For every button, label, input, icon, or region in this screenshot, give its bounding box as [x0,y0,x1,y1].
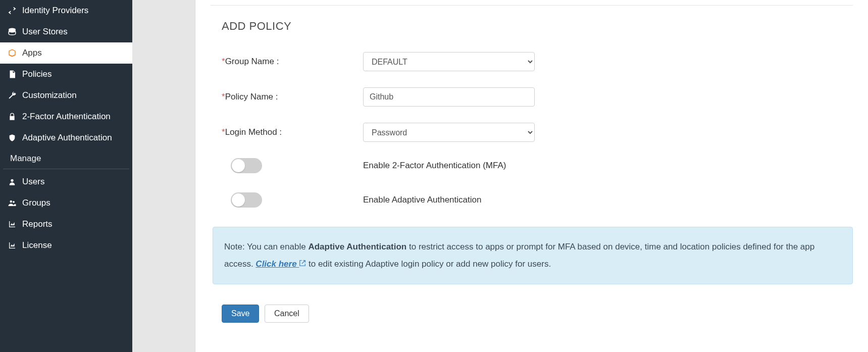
chart-icon [5,220,19,228]
cancel-button[interactable]: Cancel [265,305,309,323]
label-group-name: *Group Name : [222,57,363,67]
content-gutter [132,0,195,352]
sidebar-item-label: Users [22,177,44,187]
save-button[interactable]: Save [222,305,259,323]
click-here-link[interactable]: Click here [256,259,306,269]
form-actions: Save Cancel [195,284,868,323]
wrench-icon [5,91,19,100]
sidebar-item-adaptive-auth[interactable]: Adaptive Authentication [0,127,132,148]
sidebar: Identity Providers User Stores Apps Poli… [0,0,132,352]
external-link-icon [299,256,306,273]
svg-point-5 [13,201,15,203]
main-content: ADD POLICY *Group Name : DEFAULT *Policy… [195,0,868,352]
svg-point-3 [11,179,13,182]
lock-icon [5,113,19,121]
sidebar-item-label: 2-Factor Authentication [22,112,111,122]
sidebar-item-label: License [22,240,52,250]
sidebar-item-groups[interactable]: Groups [0,192,132,214]
sidebar-item-reports[interactable]: Reports [0,214,132,235]
sidebar-item-label: Customization [22,90,77,100]
users-icon [5,198,19,208]
document-icon [5,70,19,79]
sidebar-item-2fa[interactable]: 2-Factor Authentication [0,106,132,127]
sidebar-item-label: Identity Providers [22,6,88,16]
policy-name-input[interactable] [363,87,535,107]
sidebar-item-label: Groups [22,198,50,208]
sidebar-item-label: Apps [22,48,42,58]
svg-rect-2 [11,75,14,76]
box-icon [5,48,19,58]
label-login-method: *Login Method : [222,127,363,137]
row-enable-mfa: Enable 2-Factor Authentication (MFA) [222,158,853,173]
row-policy-name: *Policy Name : [222,87,853,107]
label-enable-mfa: Enable 2-Factor Authentication (MFA) [363,161,506,171]
sidebar-item-label: User Stores [22,27,68,37]
sidebar-item-apps[interactable]: Apps [0,42,132,64]
sidebar-item-policies[interactable]: Policies [0,64,132,85]
sidebar-item-users[interactable]: Users [0,171,132,192]
sidebar-item-label: Adaptive Authentication [22,133,112,143]
toggle-enable-mfa[interactable] [231,158,262,173]
label-policy-name: *Policy Name : [222,92,363,102]
note-strong: Adaptive Authentication [308,242,406,252]
chart-icon [5,241,19,249]
sidebar-item-label: Policies [22,69,52,79]
row-group-name: *Group Name : DEFAULT [222,52,853,71]
sidebar-item-identity-providers[interactable]: Identity Providers [0,0,132,21]
svg-point-4 [10,200,13,203]
label-enable-adaptive: Enable Adaptive Authentication [363,195,481,205]
database-icon [5,27,19,36]
info-note: Note: You can enable Adaptive Authentica… [213,227,853,284]
add-policy-form: ADD POLICY *Group Name : DEFAULT *Policy… [195,6,868,208]
sidebar-item-customization[interactable]: Customization [0,85,132,106]
sidebar-item-label: Reports [22,219,53,229]
swap-icon [5,6,19,15]
shield-icon [5,134,19,142]
row-enable-adaptive: Enable Adaptive Authentication [222,192,853,208]
login-method-select[interactable]: Password [363,123,535,142]
svg-rect-1 [11,74,14,75]
sidebar-item-user-stores[interactable]: User Stores [0,21,132,42]
group-name-select[interactable]: DEFAULT [363,52,535,71]
row-login-method: *Login Method : Password [222,123,853,142]
toggle-enable-adaptive[interactable] [231,192,262,208]
user-icon [5,178,19,186]
sidebar-section-manage: Manage [3,148,129,169]
page-title: ADD POLICY [222,20,853,33]
sidebar-item-license[interactable]: License [0,235,132,256]
